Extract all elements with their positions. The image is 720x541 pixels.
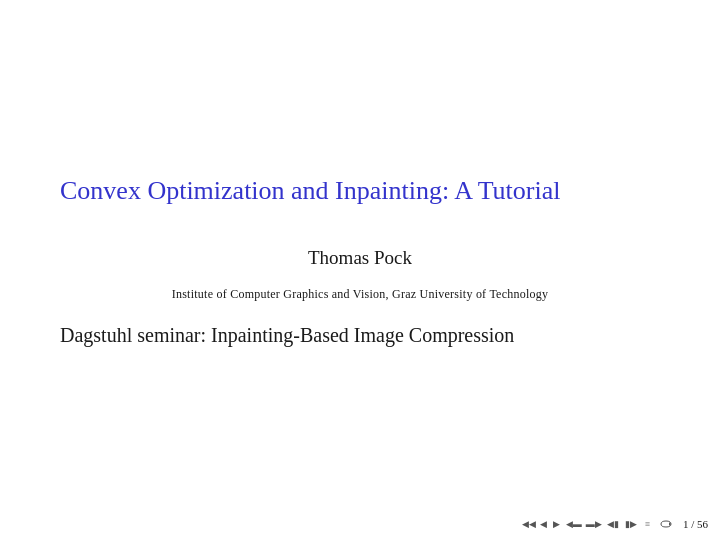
author-name: Thomas Pock — [60, 247, 660, 269]
nav-prev-icon[interactable]: ◀ — [540, 519, 547, 529]
institute-text: Institute of Computer Graphics and Visio… — [60, 287, 660, 302]
nav-section-prev-icon[interactable]: ◀▬ — [566, 519, 582, 529]
seminar-text: Dagstuhl seminar: Inpainting-Based Image… — [60, 324, 660, 347]
institute-section: Institute of Computer Graphics and Visio… — [60, 287, 660, 302]
nav-loop-icon[interactable] — [659, 515, 673, 533]
page-number: 1 / 56 — [683, 518, 708, 530]
slide-container: Convex Optimization and Inpainting: A Tu… — [0, 0, 720, 541]
nav-section-next-icon[interactable]: ▬▶ — [586, 519, 602, 529]
author-section: Thomas Pock — [60, 247, 660, 269]
title-section: Convex Optimization and Inpainting: A Tu… — [60, 174, 660, 208]
nav-first-icon[interactable]: ◀◀ — [522, 519, 536, 529]
seminar-section: Dagstuhl seminar: Inpainting-Based Image… — [60, 324, 660, 347]
slide-footer: ◀◀ ◀ ▶ ◀▬ ▬▶ ◀▮ ▮▶ ≡ 1 / 56 — [522, 515, 708, 533]
slide-title: Convex Optimization and Inpainting: A Tu… — [60, 174, 660, 208]
navigation-toolbar[interactable]: ◀◀ ◀ ▶ ◀▬ ▬▶ ◀▮ ▮▶ ≡ — [522, 515, 675, 533]
